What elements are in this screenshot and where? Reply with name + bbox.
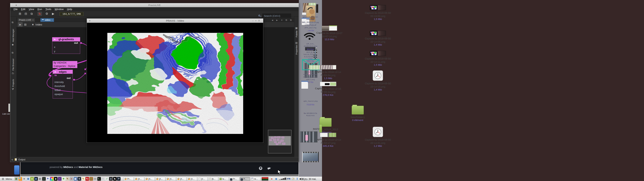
graph-play-button[interactable]: ▶: [18, 22, 22, 26]
clock-check-icon[interactable]: ✓: [105, 177, 109, 181]
search-icon[interactable]: [258, 15, 260, 16]
video-titlebar[interactable]: ▼ PRAXIS : /video –+X: [87, 18, 263, 23]
node-header[interactable]: edges: [53, 70, 72, 74]
headphones-icon[interactable]: ∩: [58, 177, 62, 181]
tab-scroll-icons[interactable]: ◀ ▶ ▼: [272, 19, 284, 21]
ide-titlebar[interactable]: ▼ PraxisLIVE: [10, 3, 299, 7]
pen-tool-icon[interactable]: ✎: [66, 177, 70, 181]
menu-button[interactable]: Menu: [6, 178, 12, 180]
lens-sphere-icon[interactable]: ◉: [109, 177, 113, 181]
node-header[interactable]: gl-gradients: [52, 37, 80, 42]
editor-tab-praxis-live[interactable]: Praxis LIVE×: [18, 18, 35, 22]
search-caret-icon[interactable]: ▾: [261, 16, 262, 17]
show-desktop-icon[interactable]: ▣: [14, 177, 18, 181]
package-manager-icon[interactable]: ▼: [90, 177, 93, 181]
praxis-launcher-icon[interactable]: P: [117, 177, 120, 181]
node-out-port-label[interactable]: out: [53, 76, 72, 80]
node-prop-y[interactable]: y: [52, 50, 80, 52]
background-app-icon[interactable]: [14, 165, 20, 175]
molecule-icon[interactable]: ❋: [62, 177, 66, 181]
output-panel-bar[interactable]: ⧉ Output: [10, 157, 299, 162]
unity-icon[interactable]: ◈: [54, 177, 58, 181]
desktop-thumbnail-icon[interactable]: [302, 152, 319, 162]
desktop-icon[interactable]: Capture du 2019-05-30 22-13-52.png1,5 Mi…: [362, 5, 394, 20]
output-tab-label[interactable]: Output: [18, 158, 25, 161]
sidebar-tab-properties[interactable]: Properties: [295, 45, 298, 55]
node-gl-gradients[interactable]: gl-gradients out xy: [52, 37, 80, 54]
close-button[interactable]: X: [258, 19, 262, 22]
menu-help[interactable]: Help: [67, 8, 72, 10]
taskbar-window-button[interactable]: [#...: [198, 177, 208, 181]
globe-sphere-icon[interactable]: ●: [101, 177, 105, 181]
desktop-icon[interactable]: Capture du 2019-05-30 22-14-11.png1,5 Mi…: [362, 51, 394, 66]
mkdocs-link[interactable]: MkDocs: [64, 166, 73, 168]
map-pin-icon[interactable]: ●: [70, 177, 73, 181]
desktop-icon[interactable]: Capture du 2019-05-30 22-14-05.png1,4 Mi…: [362, 31, 394, 46]
node-in-port-label[interactable]: in: [53, 74, 72, 76]
menu-window[interactable]: Window: [55, 8, 64, 10]
security-shield-icon[interactable]: ◉: [275, 177, 277, 180]
eye-video-icon[interactable]: ◉: [26, 177, 30, 181]
node-prop-sobel[interactable]: sobel: [53, 89, 72, 92]
filezilla-icon[interactable]: Fz: [85, 177, 89, 181]
menu-file[interactable]: File: [14, 8, 18, 10]
taskbar-window-button[interactable]: [A...: [166, 177, 176, 181]
taskbar-clock[interactable]: jeu. 30 mai, 22:14: [304, 178, 322, 181]
run-play-button[interactable]: ▶: [51, 12, 55, 16]
memory-indicator[interactable]: 184,6/777,5MB: [60, 12, 84, 16]
sidebar-tab-palette[interactable]: Palette: [295, 30, 298, 37]
restart-hub-button[interactable]: ↻: [38, 12, 42, 16]
pinwheel-icon[interactable]: ✳: [50, 177, 54, 181]
bluetooth-icon[interactable]: ᛒ: [296, 177, 298, 180]
github-icon[interactable]: [259, 166, 262, 170]
desktop-thumbnail-icon[interactable]: [300, 132, 318, 142]
display-warning-icon[interactable]: 🖵▲: [292, 177, 296, 180]
desktop-thumbnail-icon[interactable]: [319, 124, 322, 132]
desktop-icon[interactable]: NewFolder.10 élément: [342, 104, 374, 122]
desktop-icon[interactable]: Capture du 2019-05-30 22-14-21.png1,2 Mi…: [362, 127, 394, 147]
menu-edit[interactable]: Edit: [21, 8, 25, 10]
archive-icon[interactable]: ▤: [38, 177, 42, 181]
close-tab-icon[interactable]: ×: [32, 19, 34, 21]
notes-icon[interactable]: ✎: [82, 177, 85, 181]
sidebar-tab-file-browser[interactable]: File Browser: [12, 58, 14, 70]
network-signal-icon[interactable]: ▁▃▅▇: [279, 177, 286, 180]
taskbar-window-button[interactable]: Pr...: [124, 177, 134, 181]
desktop-icon[interactable]: Capture du 2019-05-30 22-14-16.png1,4 Mi…: [362, 70, 394, 91]
terminal-icon[interactable]: >_: [97, 177, 101, 181]
taskbar-window-button[interactable]: re...: [250, 177, 260, 181]
desktop-thumbnail-icon[interactable]: [302, 12, 306, 15]
node-out-port-label[interactable]: out: [52, 42, 80, 44]
sidebar-tab-projects[interactable]: Projects: [12, 79, 14, 87]
taskbar-window-button[interactable]: le...: [219, 177, 229, 181]
camera-lens-icon[interactable]: ◍: [34, 177, 38, 181]
node-edges[interactable]: edges in out intensitythresholdsobelopaq…: [53, 70, 73, 98]
taskbar-window-button[interactable]: PPr...: [229, 177, 239, 181]
dock-icon[interactable]: ⧉: [12, 158, 13, 161]
calculator-icon[interactable]: ▦: [74, 177, 77, 181]
wifi-image-icon[interactable]: [303, 31, 316, 40]
maximize-button[interactable]: +: [255, 19, 258, 22]
graph-list-icon[interactable]: ▤: [24, 23, 26, 26]
taskbar-window-button[interactable]: [b...: [208, 177, 218, 181]
menu-run[interactable]: Run: [38, 8, 42, 10]
taskbar-window-button[interactable]: PP...: [240, 177, 250, 181]
menu-tools[interactable]: Tools: [46, 8, 51, 10]
duplicate-button[interactable]: ⧉: [30, 12, 34, 16]
minimize-button[interactable]: –: [252, 19, 255, 22]
menu-view[interactable]: View: [29, 8, 34, 10]
display-settings-icon[interactable]: ▭: [93, 177, 97, 181]
desktop-thumbnail-icon[interactable]: [316, 4, 318, 13]
sublime-icon[interactable]: S: [78, 177, 81, 181]
collapse-icon[interactable]: [54, 71, 56, 72]
taskbar-window-button[interactable]: [A...: [145, 177, 155, 181]
system-monitor-graph[interactable]: [262, 177, 268, 180]
menu-gear-icon[interactable]: ⚙: [2, 177, 4, 181]
firefox-icon[interactable]: [18, 177, 22, 181]
close-tab-icon[interactable]: ×: [52, 19, 53, 21]
node-prop-intensity[interactable]: intensity: [53, 80, 72, 84]
search-input[interactable]: Search (Ctrl+I): [262, 14, 291, 18]
settings-gear-button[interactable]: ⚙: [44, 12, 49, 16]
node-prop-opaque[interactable]: opaque: [53, 93, 72, 96]
record-indicator-icon[interactable]: ●: [271, 177, 272, 180]
